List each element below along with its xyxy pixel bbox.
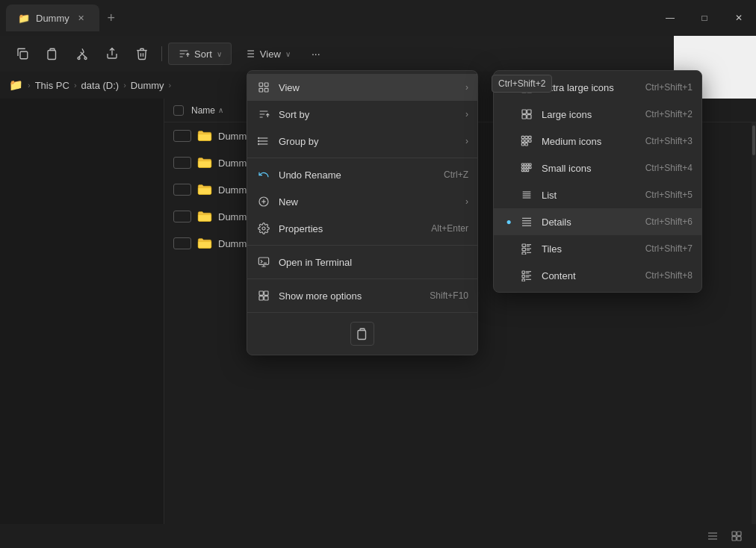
properties-icon xyxy=(256,221,271,236)
svg-rect-88 xyxy=(737,537,741,541)
svg-rect-85 xyxy=(732,532,736,535)
view-item-content[interactable]: Content Ctrl+Shift+8 xyxy=(494,262,701,289)
menu-item-open-terminal[interactable]: Open in Terminal xyxy=(247,249,477,275)
svg-rect-35 xyxy=(522,110,526,113)
details-view-icon xyxy=(519,214,534,229)
breadcrumb-this-pc[interactable]: This PC xyxy=(35,80,69,91)
view-item-large[interactable]: Large icons Ctrl+Shift+2 xyxy=(494,101,701,128)
small-shortcut: Ctrl+Shift+4 xyxy=(645,163,693,173)
paste-footer-button[interactable] xyxy=(350,322,374,346)
group-by-menu-label: Group by xyxy=(279,136,462,147)
view-arrow-icon: ∨ xyxy=(285,50,291,58)
svg-rect-66 xyxy=(522,244,526,246)
file-item-checkbox[interactable] xyxy=(173,211,191,222)
svg-rect-74 xyxy=(522,271,524,273)
file-item-checkbox[interactable] xyxy=(173,237,191,249)
list-check xyxy=(503,189,515,201)
svg-rect-39 xyxy=(521,136,524,138)
folder-tab-icon: 📁 xyxy=(18,13,30,24)
share-button[interactable] xyxy=(99,40,126,67)
context-menu: View › Sort by › Group by › U xyxy=(247,70,478,355)
large-check xyxy=(503,108,515,120)
folder-icon xyxy=(197,211,212,222)
extra-large-label: Extra large icons xyxy=(542,82,645,93)
medium-check xyxy=(503,135,515,147)
close-button[interactable]: ✕ xyxy=(722,0,756,36)
scrollbar-thumb[interactable] xyxy=(752,125,755,155)
toolbar: Sort ∨ View ∨ ··· xyxy=(0,36,756,72)
sort-label: Sort xyxy=(194,49,212,60)
copy-button[interactable] xyxy=(9,40,36,67)
paste-icon xyxy=(46,47,59,60)
view-item-tiles[interactable]: Tiles Ctrl+Shift+7 xyxy=(494,235,701,262)
sort-dropdown-button[interactable]: Sort ∨ xyxy=(168,43,232,65)
file-item-checkbox[interactable] xyxy=(173,157,191,169)
breadcrumb-data-d[interactable]: data (D:) xyxy=(81,80,120,91)
active-tab[interactable]: 📁 Dummy ✕ xyxy=(6,4,99,31)
svg-point-19 xyxy=(258,143,259,144)
svg-rect-40 xyxy=(525,136,527,138)
view-item-medium[interactable]: Medium icons Ctrl+Shift+3 xyxy=(494,128,701,155)
menu-item-show-more[interactable]: Show more options Shift+F10 xyxy=(247,282,477,309)
share-icon xyxy=(105,47,119,60)
breadcrumb-dummy[interactable]: Dummy xyxy=(131,80,164,91)
menu-sep-1 xyxy=(247,158,477,158)
cut-button[interactable] xyxy=(69,40,96,67)
list-view-status-button[interactable] xyxy=(702,526,723,547)
menu-item-properties[interactable]: Properties Alt+Enter xyxy=(247,215,477,242)
header-checkbox[interactable] xyxy=(173,105,191,116)
menu-item-view[interactable]: View › xyxy=(247,74,477,101)
sidebar xyxy=(0,99,164,548)
tiles-view-icon xyxy=(519,241,534,256)
sort-by-menu-label: Sort by xyxy=(279,109,462,120)
undo-rename-icon xyxy=(256,167,271,182)
paste-footer-icon xyxy=(356,327,369,340)
details-check: ● xyxy=(503,216,515,228)
view-dropdown-button[interactable]: View ∨ xyxy=(235,43,300,64)
svg-rect-13 xyxy=(264,88,268,92)
svg-rect-43 xyxy=(525,140,527,142)
tiles-label: Tiles xyxy=(542,243,645,255)
undo-rename-label: Undo Rename xyxy=(279,169,438,181)
view-item-details[interactable]: ● Details Ctrl+Shift+6 xyxy=(494,208,701,235)
new-tab-button[interactable]: + xyxy=(99,6,123,30)
svg-point-18 xyxy=(258,140,259,141)
svg-rect-26 xyxy=(259,291,263,295)
menu-item-new[interactable]: New › xyxy=(247,188,477,215)
content-view-icon xyxy=(519,268,534,283)
open-terminal-label: Open in Terminal xyxy=(279,257,468,268)
svg-rect-37 xyxy=(522,115,526,119)
group-by-menu-arrow: › xyxy=(465,136,468,146)
file-item-checkbox[interactable] xyxy=(173,130,191,142)
list-view-icon xyxy=(519,187,534,202)
breadcrumb-sep-2: › xyxy=(123,81,126,90)
view-menu-label: View xyxy=(279,82,462,93)
show-more-icon xyxy=(256,288,271,303)
folder-icon xyxy=(197,157,212,169)
view-menu-arrow: › xyxy=(465,82,468,93)
delete-button[interactable] xyxy=(128,40,155,67)
menu-item-undo-rename[interactable]: Undo Rename Ctrl+Z xyxy=(247,161,477,188)
sort-by-menu-arrow: › xyxy=(465,109,468,119)
menu-item-sort-by[interactable]: Sort by › xyxy=(247,101,477,128)
new-menu-icon xyxy=(256,194,271,209)
breadcrumb-folder-icon: 📁 xyxy=(9,78,23,92)
svg-rect-30 xyxy=(358,331,366,340)
file-item-checkbox[interactable] xyxy=(173,184,191,196)
svg-point-23 xyxy=(262,227,265,230)
small-icon xyxy=(519,161,534,175)
grid-view-status-button[interactable] xyxy=(726,526,747,547)
view-item-list[interactable]: List Ctrl+Shift+5 xyxy=(494,181,701,208)
tab-close-button[interactable]: ✕ xyxy=(75,12,87,24)
maximize-button[interactable]: □ xyxy=(687,0,722,36)
paste-button[interactable] xyxy=(39,40,66,67)
minimize-button[interactable]: — xyxy=(653,0,687,36)
view-item-small[interactable]: Small icons Ctrl+Shift+4 xyxy=(494,155,701,181)
menu-item-group-by[interactable]: Group by › xyxy=(247,128,477,155)
window-controls: — □ ✕ xyxy=(653,0,756,36)
svg-rect-24 xyxy=(258,258,268,264)
svg-point-2 xyxy=(78,57,80,60)
scrollbar-track[interactable] xyxy=(752,122,756,548)
more-options-button[interactable]: ··· xyxy=(303,40,329,67)
svg-rect-27 xyxy=(264,291,268,295)
